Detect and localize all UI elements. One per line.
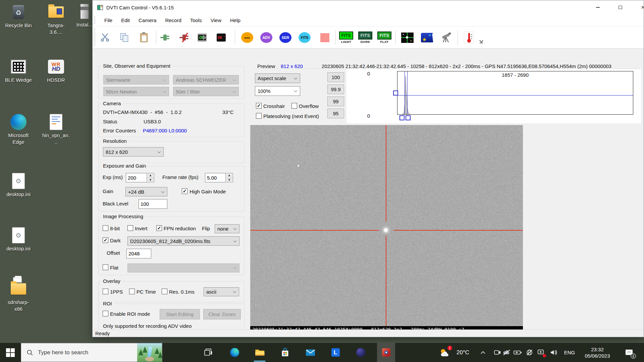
histogram-gamma-line[interactable] [397,95,633,96]
res01ms-checkbox[interactable] [162,289,167,294]
stop-record-button[interactable] [317,29,332,46]
tray-battery[interactable] [513,343,523,362]
tray-language[interactable]: ENG [563,343,576,362]
spin-up-icon[interactable] [226,173,233,178]
stretch-999-button[interactable]: 99.9 [327,84,344,94]
taskbar-browser-button[interactable] [353,343,369,362]
histogram-plot[interactable]: 1857 - 2690 [397,71,633,115]
stretch-95-button[interactable]: 95 [327,109,344,118]
telescope-button[interactable] [439,29,454,46]
menu-view[interactable]: View [206,15,226,25]
spin-up-icon[interactable] [147,173,154,178]
pctime-checkbox[interactable] [129,289,135,294]
tray-onedrive[interactable] [502,343,511,362]
desktop-icon-recycle-bin[interactable]: ♻ Recycle Bin [4,3,33,29]
crosshair-checkbox[interactable] [256,103,262,109]
start-editing-button[interactable]: Start Editing [160,309,200,319]
start-button[interactable] [0,343,21,362]
spin-down-icon[interactable] [147,178,154,182]
dark-file-select[interactable]: D20230605_812_24dB_0200ms.fits [127,236,239,246]
spin-down-icon[interactable] [226,178,233,182]
framerate-spinner[interactable] [225,173,233,182]
taskbar-l-app-button[interactable]: L [327,343,343,362]
stretch-99-button[interactable]: 99 [327,97,344,106]
tray-screen-share[interactable] [536,343,546,362]
fits-flat-button[interactable]: FITS FLAT [377,29,392,46]
temperature-button[interactable] [462,29,476,46]
high-handle[interactable] [406,115,411,120]
taskbar-cam-control-button[interactable] [378,343,394,362]
desktop-icon-tangra[interactable]: Tangra-3.6.... [42,3,70,35]
fits-dark-button[interactable]: FITS DARK [358,29,373,46]
connect-camera-button[interactable] [159,29,173,46]
notification-center-button[interactable]: 1 [620,343,638,362]
weather-tray-button[interactable]: 1 [436,343,453,362]
camera-on-button[interactable]: ON [197,29,211,46]
cut-button[interactable] [98,29,112,46]
fits-light-button[interactable]: FITS LIGHT [339,29,354,46]
disconnect-camera-button[interactable] [178,29,193,46]
gain-select[interactable]: +24 dB [125,187,167,196]
taskbar-mail-button[interactable] [302,343,318,362]
high-gain-checkbox[interactable] [182,188,187,194]
histogram-low-marker[interactable] [405,71,405,114]
hidden-icons-button[interactable] [478,343,488,362]
resolution-select[interactable]: 812 x 620 [103,147,164,157]
framerate-input[interactable] [205,173,226,182]
telescope-select[interactable]: 50cm Newton [103,87,169,96]
aspect-scale-select[interactable]: Aspect scale [255,73,300,83]
stretch-100-button[interactable]: 100 [327,72,344,82]
observer-select[interactable]: Andreas SCHWEIZER [173,75,239,84]
menu-edit[interactable]: Edit [117,15,134,25]
8bit-checkbox[interactable] [103,225,108,231]
black-level-input[interactable] [139,199,167,209]
overflow-checkbox[interactable] [291,103,297,109]
gamma-handle[interactable] [393,90,398,96]
desktop-icon-vpn-file[interactable]: hin_vpn_an... [42,113,70,145]
fpn-checkbox[interactable] [156,225,162,231]
maximize-button[interactable] [611,0,630,14]
flat-checkbox[interactable] [103,264,108,270]
optics-select[interactable]: 50er / 85er [173,87,239,96]
desktop-icon-desktop-ini-1[interactable]: ⚙ desktop.ini [4,172,33,198]
desktop-icon-sdrsharp[interactable]: sdrsharp-x86 [4,280,33,312]
taskbar-edge-button[interactable] [226,343,243,362]
menu-help[interactable]: Help [226,15,245,25]
offset-input[interactable] [126,249,151,258]
menu-file[interactable]: File [100,15,117,25]
dark-checkbox[interactable] [103,237,108,243]
record-raw-button[interactable]: ••• [240,29,255,46]
platesolve-button[interactable]: ★★ [420,29,434,46]
desktop-icon-edge[interactable]: Microsoft Edge [4,113,33,145]
minimize-button[interactable] [589,0,607,14]
menu-camera[interactable]: Camera [134,15,161,25]
toolbar-overflow-button[interactable] [478,29,485,46]
exp-input[interactable] [126,173,147,182]
clear-zones-button[interactable]: Clear Zones [203,309,241,319]
tray-device-cam[interactable] [492,343,502,362]
exp-spinner[interactable] [147,173,154,182]
record-adv-button[interactable]: ADV [259,29,274,46]
taskbar-store-button[interactable] [277,343,293,362]
paste-button[interactable] [137,29,151,46]
histogram-high-marker[interactable] [407,71,408,114]
menu-tools[interactable]: Tools [186,15,206,25]
menu-record[interactable]: Record [161,15,185,25]
desktop-icon-hdsdr[interactable]: WRHD HDSDR [42,58,70,83]
flat-file-select[interactable] [127,263,239,273]
star-centering-button[interactable] [400,29,415,46]
close-button[interactable]: ✕ [634,0,644,14]
desktop-icon-ble-wedge[interactable]: BLE Wedge [4,58,33,83]
invert-checkbox[interactable] [127,225,133,231]
low-handle[interactable] [399,115,405,120]
platesolving-checkbox[interactable] [256,113,262,119]
taskbar-explorer-button[interactable] [252,343,268,362]
record-fits-button[interactable]: FITS [297,29,312,46]
record-ser-button[interactable]: SER [278,29,293,46]
site-select[interactable]: Sternwarte [103,75,169,84]
tray-volume[interactable] [549,343,559,362]
camera-off-button[interactable]: OFF [216,29,230,46]
roi-enable-checkbox[interactable] [103,311,108,316]
desktop-icon-desktop-ini-2[interactable]: ⚙ desktop.ini [4,227,33,252]
tray-network[interactable] [525,343,534,362]
